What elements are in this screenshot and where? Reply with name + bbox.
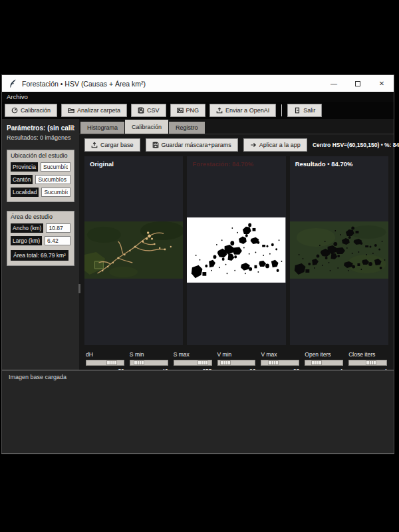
study-area-title: Área de estudio <box>11 213 70 220</box>
parameters-title: Parámetros: (sin calibra <box>7 124 74 132</box>
slider-trough[interactable] <box>130 360 168 366</box>
slider-label: V min <box>217 351 256 358</box>
tab-registro[interactable]: Registro <box>169 122 205 134</box>
close-button[interactable]: ✕ <box>370 75 394 92</box>
slider-label: dH <box>86 351 124 358</box>
png-export-button[interactable]: PNG <box>170 104 206 117</box>
button-label: CSV <box>147 107 160 114</box>
preview-row: Original <box>84 156 388 345</box>
save-icon <box>138 107 144 114</box>
original-canvas[interactable]: Original <box>84 156 183 345</box>
app-window: Forestación • HSV (Causas + Área km²) — … <box>1 74 394 454</box>
button-label: Analizar carpeta <box>77 107 120 114</box>
original-label: Original <box>90 160 114 168</box>
study-area-groupbox: Área de estudio Ancho (km) Largo (km) Ár… <box>7 211 74 266</box>
location-group-title: Ubicación del estudio <box>11 152 70 159</box>
status-bar: Imagen base cargada <box>2 370 394 454</box>
slider-trough[interactable] <box>305 360 343 366</box>
slider-label: V max <box>261 351 299 358</box>
save-icon <box>152 142 159 148</box>
total-area-badge: Área total: 69.79 km² <box>11 250 68 261</box>
length-input[interactable] <box>45 236 70 245</box>
tab-histograma[interactable]: Histograma <box>80 122 124 134</box>
slider-thumb[interactable] <box>134 360 144 365</box>
button-label: PNG <box>186 107 200 114</box>
slider-thumb[interactable] <box>220 360 231 365</box>
title-bar[interactable]: Forestación • HSV (Causas + Área km²) — … <box>2 75 394 92</box>
slider-thumb[interactable] <box>106 360 117 365</box>
mask-canvas[interactable]: Forestación: 84.70% <box>187 156 285 345</box>
image-icon <box>177 107 184 114</box>
parameters-sidebar: Parámetros: (sin calibra Resultados: 0 i… <box>2 119 79 370</box>
locality-label: Localidad <box>11 188 39 197</box>
window-title: Forestación • HSV (Causas + Área km²) <box>22 80 146 88</box>
calibration-actions: Cargar base Guardar máscara+params Aplic… <box>84 138 388 152</box>
width-label: Ancho (km) <box>11 223 43 233</box>
results-count: Resultados: 0 imágenes <box>7 134 74 141</box>
menu-bar: Archivo <box>2 92 394 102</box>
analyze-folder-button[interactable]: Analizar carpeta <box>61 104 127 117</box>
gauge-icon <box>11 107 18 114</box>
slider-label: Open iters <box>305 351 343 358</box>
pane-sash-handle[interactable] <box>78 284 80 293</box>
exit-icon <box>294 107 301 114</box>
slider-trough[interactable] <box>261 360 299 366</box>
maximize-button[interactable] <box>346 75 370 92</box>
csv-export-button[interactable]: CSV <box>131 104 166 117</box>
calibration-pane: Cargar base Guardar máscara+params Aplic… <box>79 134 394 370</box>
button-label: Salir <box>303 107 315 114</box>
slider-trough[interactable] <box>348 360 387 366</box>
status-message: Imagen base cargada <box>9 374 387 380</box>
slider-thumb[interactable] <box>268 360 279 365</box>
button-label: Calibración <box>21 107 51 114</box>
length-label: Largo (km) <box>11 236 42 245</box>
apply-to-app-button[interactable]: Aplicar a la app <box>243 138 307 152</box>
province-label: Provincia <box>11 162 38 172</box>
mask-image <box>187 217 285 283</box>
toolbar: Calibración Analizar carpeta CSV PNG Env… <box>2 102 394 119</box>
upload-icon <box>216 107 223 114</box>
slider-trough[interactable] <box>86 360 124 366</box>
python-feather-icon <box>7 78 18 89</box>
button-label: Guardar máscara+params <box>162 142 231 148</box>
hsv-center-status: Centro HSV=(60,150,150) • %: 84.70 • Zoo… <box>313 142 399 148</box>
exit-button[interactable]: Salir <box>287 104 322 117</box>
canton-label: Cantón <box>11 175 33 184</box>
locality-input[interactable] <box>41 188 70 197</box>
tab-bar: Histograma Calibración Registro <box>79 119 394 134</box>
minimize-button[interactable]: — <box>322 75 346 92</box>
screen-background: Forestación • HSV (Causas + Área km²) — … <box>0 0 399 532</box>
button-label: Aplicar a la app <box>259 142 301 148</box>
original-image <box>84 221 183 279</box>
result-image <box>290 221 388 279</box>
length-row: Largo (km) <box>11 236 70 245</box>
slider-label: Close iters <box>348 351 387 358</box>
folder-open-icon <box>68 107 74 114</box>
maximize-icon <box>355 81 360 86</box>
canton-row: Cantón <box>11 175 70 184</box>
canton-input[interactable] <box>35 175 70 184</box>
width-input[interactable] <box>46 223 70 233</box>
main-area: Histograma Calibración Registro Cargar b… <box>79 119 394 370</box>
slider-label: S max <box>174 351 212 358</box>
slider-trough[interactable] <box>217 360 256 366</box>
slider-trough[interactable] <box>174 360 212 366</box>
tab-calibracion[interactable]: Calibración <box>125 120 168 134</box>
province-input[interactable] <box>41 162 70 172</box>
slider-thumb[interactable] <box>366 360 376 365</box>
slider-label: S min <box>130 351 168 358</box>
send-to-openai-button[interactable]: Enviar a OpenAI <box>209 104 276 117</box>
menu-archivo[interactable]: Archivo <box>2 93 33 100</box>
slider-thumb[interactable] <box>198 360 208 365</box>
button-label: Cargar base <box>100 142 134 148</box>
toolbar-separator <box>281 104 282 116</box>
slider-thumb[interactable] <box>311 360 322 365</box>
arrow-right-icon <box>250 142 257 148</box>
save-mask-params-button[interactable]: Guardar máscara+params <box>146 138 238 152</box>
locality-row: Localidad <box>11 188 70 197</box>
load-base-button[interactable]: Cargar base <box>84 138 140 152</box>
result-label: Resultado • 84.70% <box>295 160 353 168</box>
result-canvas[interactable]: Resultado • 84.70% <box>290 156 388 345</box>
upload-icon <box>91 142 98 148</box>
calibration-button[interactable]: Calibración <box>5 104 57 117</box>
